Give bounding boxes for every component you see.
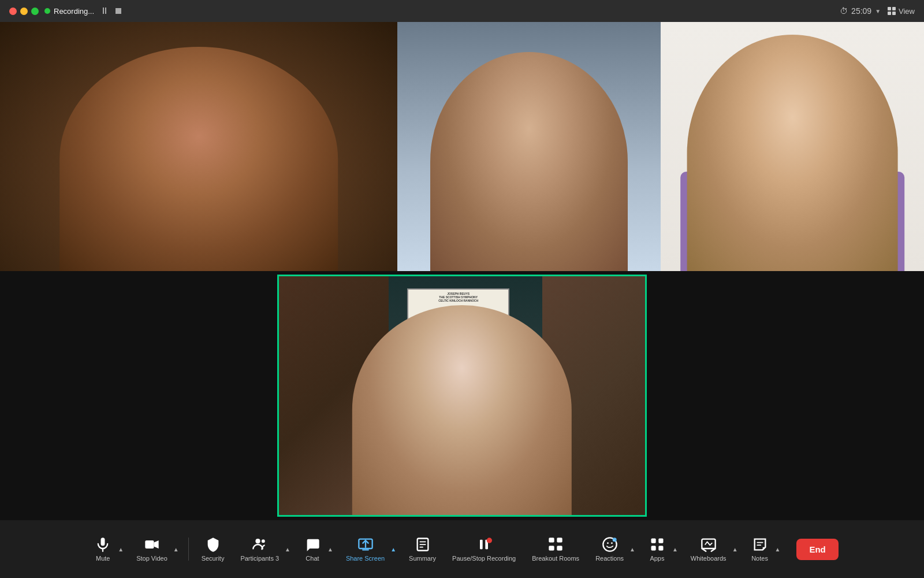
separator-1 (188, 538, 189, 561)
share-screen-button[interactable]: Share Screen (338, 532, 393, 566)
mute-button[interactable]: Mute (85, 532, 120, 566)
pause-recording-button[interactable]: Pause/Stop Recording (444, 532, 524, 566)
share-screen-icon (357, 536, 374, 553)
svg-text:+: + (613, 539, 614, 542)
whiteboards-chevron[interactable]: ▲ (730, 544, 740, 555)
svg-rect-28 (658, 546, 663, 550)
svg-rect-2 (145, 540, 154, 549)
video-area: JOSEPH BEUYSTHE SCOTTISH SYMPHONYCELTIC … (0, 22, 924, 520)
stop-video-button[interactable]: Stop Video (128, 532, 176, 566)
mute-label: Mute (96, 555, 110, 562)
reactions-button[interactable]: + Reactions (587, 532, 632, 566)
svg-rect-17 (557, 538, 562, 542)
apps-icon (649, 536, 665, 553)
security-shield-icon (205, 536, 221, 553)
participants-count: 3 (275, 555, 279, 562)
timer-text: 25:09 (851, 6, 871, 16)
summary-button[interactable]: Summary (401, 532, 444, 566)
participants-label: Participants 3 (240, 555, 279, 562)
svg-rect-19 (557, 546, 562, 550)
top-row (0, 22, 924, 271)
top-right-cells (397, 22, 924, 271)
apps-group: Apps ▲ (640, 532, 683, 566)
minimize-button[interactable] (20, 8, 28, 15)
whiteboards-button[interactable]: Whiteboards (683, 532, 735, 566)
svg-rect-18 (549, 546, 554, 550)
security-button[interactable]: Security (193, 532, 233, 566)
apps-chevron[interactable]: ▲ (670, 544, 680, 555)
participants-icon (252, 536, 268, 553)
titlebar-left: Recording... ⏸ ⏹ (9, 6, 123, 16)
svg-point-21 (607, 542, 609, 544)
notes-group: Notes ▲ (743, 532, 785, 566)
participant-3-face (687, 35, 898, 271)
bottom-row: JOSEPH BEUYSTHE SCOTTISH SYMPHONYCELTIC … (0, 271, 924, 520)
reactions-icon: + (602, 536, 618, 553)
participants-group: Participants 3 ▲ (232, 532, 295, 566)
recording-badge: Recording... (44, 7, 94, 16)
pause-recording-icon (476, 536, 492, 553)
stop-video-chevron[interactable]: ▲ (171, 544, 181, 555)
recording-label: Recording... (54, 7, 94, 16)
stop-video-group: Stop Video ▲ (128, 532, 184, 566)
participant-1-face (59, 47, 338, 271)
mute-chevron[interactable]: ▲ (116, 544, 126, 555)
svg-rect-25 (651, 539, 655, 543)
mute-group: Mute ▲ (85, 532, 128, 566)
share-screen-chevron[interactable]: ▲ (388, 544, 398, 555)
video-cell-participant-1 (0, 22, 397, 271)
titlebar-controls: ⏸ ⏹ (100, 6, 123, 16)
reactions-label: Reactions (595, 555, 624, 562)
notes-button[interactable]: Notes (743, 532, 777, 566)
view-button[interactable]: View (888, 7, 915, 16)
timer-chevron-icon[interactable]: ▼ (875, 8, 881, 14)
fullscreen-button[interactable] (31, 8, 39, 15)
svg-point-3 (255, 539, 260, 543)
chat-chevron[interactable]: ▲ (325, 544, 336, 555)
svg-point-14 (487, 538, 492, 543)
whiteboards-label: Whiteboards (691, 555, 726, 562)
whiteboards-group: Whiteboards ▲ (683, 532, 743, 566)
notes-chevron[interactable]: ▲ (773, 544, 783, 555)
share-screen-group: Share Screen ▲ (338, 532, 401, 566)
poster-text: JOSEPH BEUYSTHE SCOTTISH SYMPHONYCELTIC … (408, 290, 509, 305)
microphone-icon (95, 536, 111, 553)
view-grid-icon (888, 7, 896, 15)
whiteboards-icon (701, 536, 717, 553)
participants-button[interactable]: Participants 3 (232, 532, 287, 566)
participants-chevron[interactable]: ▲ (282, 544, 293, 555)
chat-label: Chat (305, 555, 319, 562)
notes-label: Notes (751, 555, 768, 562)
apps-button[interactable]: Apps (640, 532, 675, 566)
apps-label: Apps (650, 555, 664, 562)
svg-rect-26 (658, 539, 663, 543)
breakout-rooms-label: Breakout Rooms (532, 555, 579, 562)
end-button[interactable]: End (796, 539, 838, 560)
titlebar-right: ⏱ 25:09 ▼ View (840, 6, 915, 16)
chat-group: Chat ▲ (295, 532, 338, 566)
chat-button[interactable]: Chat (295, 532, 330, 566)
svg-rect-12 (480, 540, 483, 549)
video-icon (144, 536, 160, 553)
stop-video-label: Stop Video (136, 555, 167, 562)
reactions-group: + Reactions ▲ (587, 532, 640, 566)
video-cell-participant-3 (661, 22, 924, 271)
toolbar: Mute ▲ Stop Video ▲ Security (0, 520, 924, 578)
svg-rect-0 (101, 538, 105, 546)
reactions-chevron[interactable]: ▲ (627, 544, 638, 555)
view-label: View (899, 7, 915, 16)
active-speaker-face (352, 305, 572, 515)
pause-recording-label: Pause/Stop Recording (452, 555, 516, 562)
notes-icon (752, 536, 768, 553)
titlebar: Recording... ⏸ ⏹ ⏱ 25:09 ▼ View (0, 0, 924, 22)
traffic-lights (9, 8, 39, 15)
svg-point-4 (262, 539, 265, 543)
pause-recording-button[interactable]: ⏸ (100, 6, 109, 16)
close-button[interactable] (9, 8, 17, 15)
participant-2-face (430, 52, 628, 271)
stop-recording-button[interactable]: ⏹ (114, 6, 123, 16)
svg-rect-27 (651, 546, 655, 550)
breakout-icon (547, 536, 564, 553)
breakout-rooms-button[interactable]: Breakout Rooms (524, 532, 587, 566)
chat-icon (304, 536, 321, 553)
